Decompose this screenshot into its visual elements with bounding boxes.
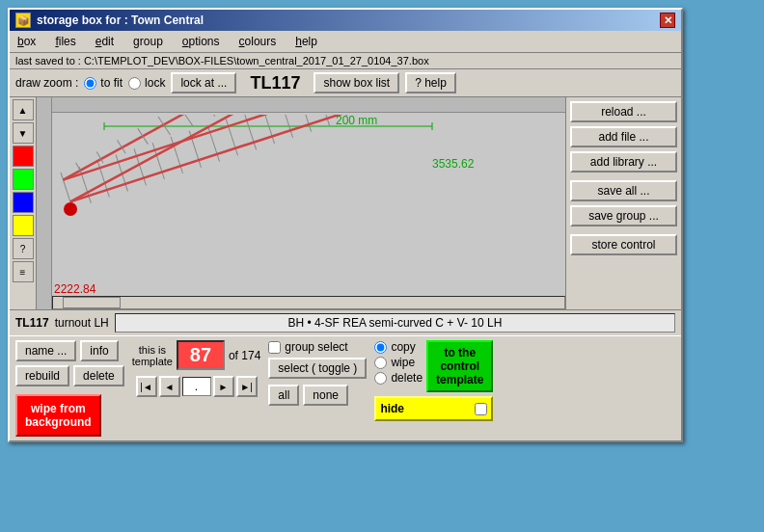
menu-box[interactable]: box	[14, 33, 40, 50]
none-button[interactable]: none	[303, 385, 348, 406]
add-library-button[interactable]: add library ...	[570, 151, 677, 173]
menu-help[interactable]: help	[291, 33, 321, 50]
name-button[interactable]: name ...	[15, 340, 76, 361]
action-controls: copy wipe delete to the control template	[374, 340, 493, 392]
wipe-radio[interactable]	[374, 357, 387, 369]
draw-zoom-label: draw zoom :	[15, 76, 78, 90]
this-is-label: this is	[132, 344, 173, 356]
delete-radio[interactable]	[374, 372, 387, 385]
hide-button[interactable]: hide	[374, 396, 493, 421]
svg-text:200 mm: 200 mm	[336, 115, 377, 127]
all-button[interactable]: all	[268, 385, 299, 406]
question-button[interactable]: ?	[13, 238, 34, 259]
window-title: storage box for : Town Central	[37, 13, 204, 27]
scrollbar-thumb[interactable]	[63, 297, 121, 308]
delete-button[interactable]: delete	[73, 365, 124, 386]
nav-controls: |◄ ◄ ► ►|	[136, 376, 258, 397]
tl-number: TL117	[250, 73, 300, 93]
scroll-down-button[interactable]: ▼	[13, 122, 34, 144]
help-button[interactable]: ? help	[405, 72, 456, 93]
nav-prev-button[interactable]: ◄	[159, 376, 180, 397]
svg-point-38	[64, 202, 77, 216]
show-box-list-button[interactable]: show box list	[314, 72, 399, 93]
left-toolbar: ▲ ▼ ? ≡	[10, 97, 37, 309]
add-file-button[interactable]: add file ...	[570, 126, 677, 147]
template-number: 87	[177, 340, 225, 370]
right-controls: copy wipe delete to the control template	[374, 340, 493, 421]
color-swatch-green	[13, 169, 34, 190]
group-select-label: group select	[285, 340, 347, 354]
lock-radio-group: lock	[128, 76, 165, 90]
horizontal-scrollbar[interactable]	[52, 296, 565, 309]
lock-radio[interactable]	[128, 77, 141, 90]
save-group-button[interactable]: save group ...	[570, 205, 677, 226]
lock-at-button[interactable]: lock at ...	[171, 72, 236, 93]
svg-line-37	[200, 115, 215, 119]
menu-tool-button[interactable]: ≡	[13, 261, 34, 282]
lock-label: lock	[145, 76, 165, 90]
color-swatch-yellow	[13, 215, 34, 236]
svg-line-29	[52, 115, 247, 180]
menu-edit[interactable]: edit	[92, 33, 118, 50]
color-swatch-blue	[13, 192, 34, 213]
status-tl-id: TL117	[15, 316, 49, 330]
nav-next-button[interactable]: ►	[213, 376, 234, 397]
menu-group[interactable]: group	[129, 33, 167, 50]
toolbar: draw zoom : to fit lock lock at ... TL11…	[10, 69, 681, 97]
total-label: 174	[241, 349, 260, 362]
controls-row: name ... info rebuild delete wipe from b…	[10, 335, 681, 440]
to-control-template-button[interactable]: to the control template	[426, 340, 493, 392]
template-label: template	[132, 356, 173, 367]
part-description: BH • 4-SF REA semi-curved C + V- 10 LH	[115, 313, 675, 332]
menu-bar: box files edit group options colours hel…	[10, 31, 681, 53]
info-button[interactable]: info	[80, 340, 118, 361]
to-fit-label: to fit	[100, 76, 123, 90]
hide-checkbox[interactable]	[475, 403, 487, 415]
reload-button[interactable]: reload ...	[570, 101, 677, 122]
save-path: last saved to : C:\TEMPLOT_DEV\BOX-FILES…	[10, 53, 681, 69]
right-panel: reload ... add file ... add library ... …	[565, 97, 681, 309]
to-fit-radio-group: to fit	[84, 76, 123, 90]
status-bar: TL117 turnout LH BH • 4-SF REA semi-curv…	[10, 309, 681, 335]
nav-position-input[interactable]	[182, 377, 211, 396]
wipe-from-background-button[interactable]: wipe from background	[15, 394, 101, 437]
store-control-button[interactable]: store control	[570, 234, 677, 255]
svg-text:3535.62: 3535.62	[432, 157, 475, 171]
title-bar: 📦 storage box for : Town Central ✕	[10, 10, 681, 31]
ruler-horizontal	[37, 97, 565, 113]
close-button[interactable]: ✕	[660, 13, 675, 28]
rebuild-button[interactable]: rebuild	[15, 365, 69, 386]
copy-label: copy	[391, 340, 415, 354]
nav-first-button[interactable]: |◄	[136, 376, 157, 397]
group-select-checkbox[interactable]	[268, 341, 281, 354]
color-swatch-red	[13, 146, 34, 167]
delete-radio-label: delete	[391, 371, 423, 385]
select-toggle-button[interactable]: select ( toggle )	[268, 358, 367, 379]
main-area: ▲ ▼ ? ≡ 200 mm 3535.62	[10, 97, 681, 309]
nav-last-button[interactable]: ►|	[236, 376, 258, 397]
app-icon: 📦	[15, 13, 31, 28]
to-fit-radio[interactable]	[84, 77, 96, 90]
scroll-up-button[interactable]: ▲	[13, 99, 34, 120]
template-box: this is template 87 of 174 |◄ ◄ ► ►|	[132, 340, 261, 397]
svg-text:2222.84: 2222.84	[54, 282, 96, 296]
left-controls: name ... info rebuild delete wipe from b…	[15, 340, 124, 437]
save-all-button[interactable]: save all ...	[570, 180, 677, 201]
svg-line-34	[138, 127, 149, 146]
of-label: of	[229, 349, 238, 362]
main-window: 📦 storage box for : Town Central ✕ box f…	[8, 8, 683, 442]
menu-options[interactable]: options	[178, 33, 224, 50]
copy-radio[interactable]	[374, 341, 387, 354]
hide-row: hide	[374, 396, 493, 421]
canvas-area[interactable]: 200 mm 3535.62	[37, 97, 565, 309]
menu-files[interactable]: files	[51, 33, 79, 50]
wipe-label: wipe	[391, 356, 415, 369]
copy-wipe-delete-group: copy wipe delete	[374, 340, 423, 385]
group-select-area: group select select ( toggle ) all none	[268, 340, 367, 406]
menu-colours[interactable]: colours	[235, 33, 281, 50]
track-diagram: 200 mm 3535.62	[46, 115, 519, 298]
status-type: turnout LH	[55, 316, 109, 330]
